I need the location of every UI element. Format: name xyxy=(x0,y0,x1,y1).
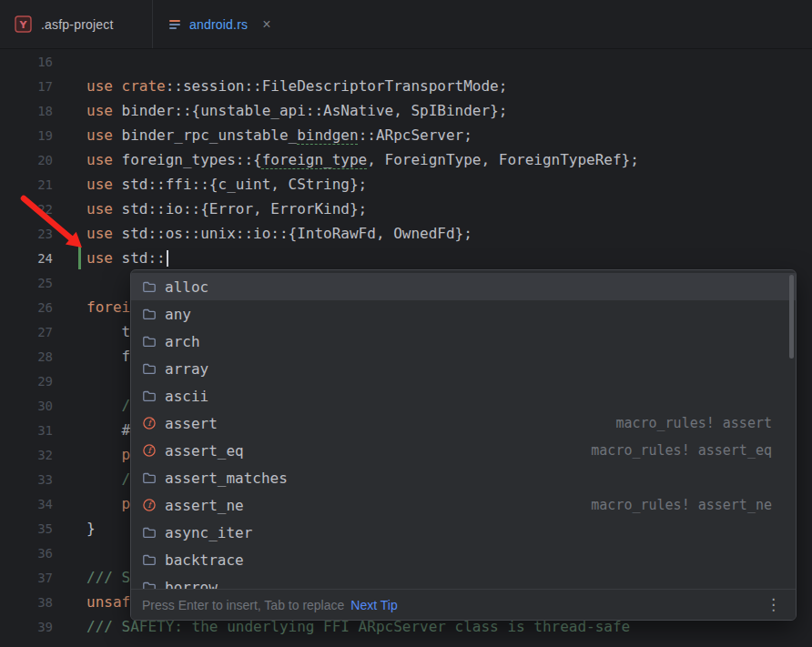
completion-label: assert_eq xyxy=(165,442,244,460)
line-number: 36 xyxy=(0,546,53,561)
vcs-change-marker xyxy=(78,247,81,269)
popup-menu-icon[interactable]: ⋮ xyxy=(762,595,785,614)
completion-label: assert_ne xyxy=(165,497,244,514)
completion-detail: macro_rules! assert_ne xyxy=(591,497,772,513)
code-text: # xyxy=(86,421,130,439)
line-number: 37 xyxy=(0,571,53,585)
completion-detail: macro_rules! assert xyxy=(615,415,772,431)
code-text: use std::ffi::{c_uint, CString}; xyxy=(86,176,367,193)
line-number: 39 xyxy=(0,620,53,634)
tab-label: android.rs xyxy=(189,17,248,32)
ide-window: Y .asfp-project android.rs × 1617use cra… xyxy=(0,0,812,647)
rust-file-icon xyxy=(167,17,182,32)
macro-icon: f xyxy=(142,416,157,430)
code-text: / xyxy=(86,470,130,488)
completion-label: arch xyxy=(165,333,200,350)
module-icon xyxy=(142,361,157,376)
code-text: p xyxy=(86,495,130,512)
line-number: 33 xyxy=(0,472,53,487)
completion-list: allocanyarcharrayasciifassertmacro_rules… xyxy=(131,270,796,589)
tab-label: .asfp-project xyxy=(41,17,114,32)
macro-icon: f xyxy=(142,443,157,458)
line-number: 27 xyxy=(0,325,53,339)
code-text: use std:: xyxy=(86,249,168,267)
code-text: unsaf xyxy=(86,593,130,611)
line-number: 38 xyxy=(0,595,53,610)
completion-detail: macro_rules! assert_eq xyxy=(591,442,772,459)
close-tab-icon[interactable]: × xyxy=(262,17,270,32)
completion-item[interactable]: fassert_nemacro_rules! assert_ne xyxy=(131,491,796,519)
completion-item[interactable]: arch xyxy=(131,328,796,355)
line-number: 18 xyxy=(0,104,53,118)
line-number: 23 xyxy=(0,227,53,241)
tab-asfp-project[interactable]: Y .asfp-project xyxy=(0,0,153,48)
code-line: 17use crate::session::FileDescriptorTran… xyxy=(0,74,812,98)
completion-label: alloc xyxy=(165,278,208,296)
yaml-file-icon: Y xyxy=(15,15,32,33)
completion-popup: allocanyarcharrayasciifassertmacro_rules… xyxy=(130,269,797,621)
completion-item[interactable]: assert_matches xyxy=(131,464,796,491)
module-icon xyxy=(142,389,157,403)
code-line: 22use std::io::{Error, ErrorKind}; xyxy=(0,197,812,221)
code-text: f xyxy=(86,348,130,365)
line-number: 19 xyxy=(0,128,53,143)
code-line: 19use binder_rpc_unstable_bindgen::ARpcS… xyxy=(0,123,812,147)
line-number: 34 xyxy=(0,497,53,511)
completion-footer: Press Enter to insert, Tab to replace Ne… xyxy=(131,589,796,620)
completion-label: async_iter xyxy=(165,524,252,541)
tab-android-rs[interactable]: android.rs × xyxy=(153,0,286,48)
line-number: 25 xyxy=(0,276,53,290)
code-text: use std::os::unix::io::{IntoRawFd, Owned… xyxy=(86,225,472,242)
completion-item[interactable]: array xyxy=(131,355,796,382)
completion-item[interactable]: any xyxy=(131,300,796,328)
macro-icon: f xyxy=(142,498,157,512)
next-tip-link[interactable]: Next Tip xyxy=(350,598,397,612)
code-text: use crate::session::FileDescriptorTransp… xyxy=(86,77,507,95)
code-text: use binder::{unstable_api::AsNative, SpI… xyxy=(86,102,507,119)
code-line: 24use std:: xyxy=(0,246,812,270)
line-number: 26 xyxy=(0,300,53,315)
line-number: 20 xyxy=(0,153,53,167)
line-number: 16 xyxy=(0,55,53,69)
line-number: 28 xyxy=(0,349,53,364)
code-line: 16 xyxy=(0,49,812,74)
module-icon xyxy=(142,525,157,540)
completion-label: assert_matches xyxy=(165,470,288,487)
completion-item[interactable]: ascii xyxy=(131,382,796,409)
svg-text:f: f xyxy=(147,418,153,428)
completion-item[interactable]: alloc xyxy=(131,273,796,300)
line-number: 22 xyxy=(0,202,53,217)
line-number: 17 xyxy=(0,79,53,94)
module-icon xyxy=(142,334,157,349)
code-line: 23use std::os::unix::io::{IntoRawFd, Own… xyxy=(0,221,812,246)
completion-item[interactable]: fassertmacro_rules! assert xyxy=(131,409,796,437)
completion-hint: Press Enter to insert, Tab to replace xyxy=(142,598,344,612)
module-icon xyxy=(142,552,157,567)
line-number: 24 xyxy=(0,251,53,266)
code-text: t xyxy=(86,323,130,340)
completion-label: ascii xyxy=(165,388,208,405)
svg-text:f: f xyxy=(147,500,153,510)
completion-item[interactable]: async_iter xyxy=(131,519,796,546)
completion-label: any xyxy=(165,306,191,323)
code-text: / xyxy=(86,397,130,414)
code-text: use foreign_types::{foreign_type, Foreig… xyxy=(86,151,639,168)
module-icon xyxy=(142,580,157,589)
completion-label: array xyxy=(165,360,208,378)
code-text: /// S xyxy=(86,569,130,586)
code-text: use std::io::{Error, ErrorKind}; xyxy=(86,200,367,217)
svg-text:f: f xyxy=(147,445,153,455)
completion-item[interactable]: borrow xyxy=(131,573,796,589)
code-line: 18use binder::{unstable_api::AsNative, S… xyxy=(0,98,812,123)
completion-label: backtrace xyxy=(165,551,244,569)
text-caret xyxy=(167,250,168,267)
module-icon xyxy=(142,470,157,485)
svg-text:Y: Y xyxy=(19,19,28,31)
popup-scrollbar[interactable] xyxy=(789,275,794,359)
module-icon xyxy=(142,307,157,321)
completion-item[interactable]: fassert_eqmacro_rules! assert_eq xyxy=(131,437,796,464)
line-number: 21 xyxy=(0,177,53,192)
line-number: 29 xyxy=(0,374,53,389)
code-text: forei xyxy=(86,298,130,316)
completion-item[interactable]: backtrace xyxy=(131,546,796,573)
